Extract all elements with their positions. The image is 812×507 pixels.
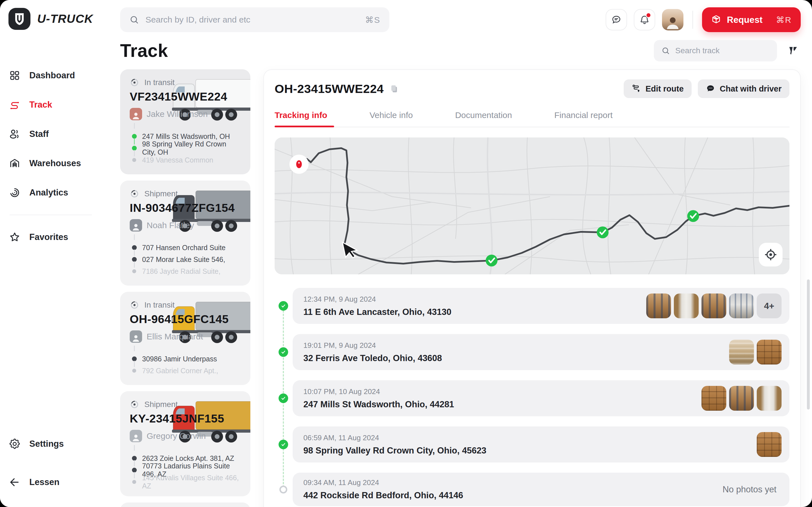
edit-route-button[interactable]: Edit route (624, 79, 692, 98)
shipment-id-text: OH-23415WWE224 (274, 82, 384, 96)
stop-address: 2623 Zoie Locks Apt. 381, AZ (142, 454, 234, 462)
sidebar-footer: Settings Lessen (8, 431, 112, 496)
global-search[interactable]: ⌘S (120, 7, 389, 32)
driver-row: Jake Williamson (130, 108, 241, 120)
timeline-row[interactable]: 09:34 AM, 11 Aug 2024442 Rockside Rd Bed… (293, 473, 790, 506)
check-icon (278, 347, 288, 357)
sidebar-item-analytics[interactable]: Analytics (8, 178, 112, 207)
timeline-address: 32 Ferris Ave Toledo, Ohio, 43608 (303, 353, 442, 363)
tab-documentation[interactable]: Documentation (455, 110, 512, 127)
locate-button[interactable] (759, 243, 783, 267)
stop-dot-icon (132, 480, 136, 484)
sidebar-item-dashboard[interactable]: Dashboard (8, 61, 112, 90)
timeline-address: 247 Mills St Wadsworth, Ohio, 44281 (303, 399, 454, 409)
route-segment (134, 138, 135, 145)
route-segment (134, 460, 135, 466)
timeline-row[interactable]: 12:34 PM, 9 Aug 202411 E 6th Ave Lancast… (293, 288, 790, 324)
warehouse-photo[interactable] (757, 432, 781, 457)
track-icon (8, 99, 21, 111)
stop-photos (757, 432, 781, 457)
notification-badge (646, 12, 651, 18)
chat-filled-icon (706, 84, 715, 94)
sidebar-divider (10, 215, 92, 215)
driver-row: Noah Flatley (130, 219, 241, 231)
dashboard-icon (8, 69, 21, 82)
star-icon (8, 231, 21, 243)
content: In transitVF23415WWE224Jake Williamson24… (112, 69, 812, 507)
stop-dot-icon (132, 369, 136, 373)
shipment-card[interactable]: In transitVF23415WWE224Jake Williamson24… (120, 69, 250, 174)
timeline-address: 98 Spring Valley Rd Crown City, Ohio, 45… (303, 446, 486, 456)
messages-button[interactable] (606, 9, 627, 31)
sidebar-item-favorites[interactable]: Favorites (8, 223, 112, 252)
driver-name: Gregory Corwin (147, 431, 206, 441)
sidebar-item-settings[interactable]: Settings (8, 431, 112, 457)
warehouse-photo[interactable] (729, 386, 754, 411)
route-segment (134, 346, 135, 351)
shipment-card[interactable]: In transitIN-51678URE401Jake Williamson6… (120, 503, 250, 507)
stop-dot-icon (132, 468, 137, 473)
track-search[interactable] (654, 40, 777, 61)
tab-vehicle-info[interactable]: Vehicle info (370, 110, 413, 127)
scrollbar[interactable] (807, 279, 810, 409)
warehouse-photo[interactable] (757, 386, 781, 411)
sidebar-collapse-button[interactable]: Lessen (8, 469, 112, 496)
timeline-row[interactable]: 19:01 PM, 9 Aug 202432 Ferris Ave Toledo… (293, 334, 790, 370)
stop-item: 30986 Jamir Underpass (130, 353, 241, 365)
copy-icon[interactable] (389, 83, 399, 94)
tab-tracking-info[interactable]: Tracking info (274, 110, 327, 127)
status-icon (130, 400, 139, 409)
sidebar-collapse-label: Lessen (29, 477, 59, 487)
timeline-row[interactable]: 10:07 PM, 10 Aug 2024247 Mills St Wadswo… (293, 380, 790, 416)
stop-dot-icon (132, 356, 137, 361)
route-segment (134, 262, 135, 268)
sidebar-item-warehouses[interactable]: Warehouses (8, 149, 112, 178)
warehouse-photo[interactable] (757, 340, 781, 364)
timeline-address: 442 Rockside Rd Bedford, Ohio, 44146 (303, 490, 463, 501)
pending-dot-icon (280, 486, 287, 494)
sidebar-item-track[interactable]: Track (8, 90, 112, 119)
warehouse-photo[interactable] (702, 293, 726, 318)
global-search-input[interactable] (146, 15, 359, 24)
timeline-row[interactable]: 06:59 AM, 11 Aug 202498 Spring Valley Rd… (293, 427, 790, 462)
notifications-button[interactable] (634, 9, 655, 31)
stop-dot-icon (132, 269, 136, 273)
warehouse-photo[interactable] (729, 293, 754, 318)
user-avatar[interactable] (662, 9, 683, 31)
stop-dot-icon (132, 245, 137, 250)
timeline-address: 11 E 6th Ave Lancaster, Ohio, 43130 (303, 307, 451, 317)
status-icon (130, 300, 139, 310)
spacer (8, 457, 112, 469)
more-photos-badge[interactable]: 4+ (757, 293, 781, 318)
arrow-left-icon (8, 476, 21, 489)
request-button[interactable]: Request ⌘R (702, 7, 801, 32)
logo[interactable]: U-TRUCK (8, 8, 112, 30)
track-search-input[interactable] (675, 46, 770, 55)
map-canvas (274, 137, 790, 274)
tab-financial-report[interactable]: Financial report (554, 110, 613, 127)
divider (693, 11, 693, 29)
stop-item: 419 Vanessa Common (130, 154, 241, 166)
shipment-id-title: OH-23415WWE224 (274, 82, 399, 96)
timeline-time: 06:59 AM, 11 Aug 2024 (303, 434, 486, 442)
shipment-card[interactable]: ShipmentIN-9034677ZFG154Noah Flatley707 … (120, 180, 250, 286)
driver-row: Ellis Marquardt (130, 330, 241, 343)
timeline-time: 09:34 AM, 11 Aug 2024 (303, 478, 463, 487)
warehouse-photo[interactable] (674, 293, 699, 318)
shipment-card[interactable]: In transitOH-96415GFC145Ellis Marquardt3… (120, 292, 250, 385)
driver-avatar (130, 430, 142, 442)
sidebar-item-staff[interactable]: Staff (8, 119, 112, 149)
warehouse-photo[interactable] (729, 340, 754, 364)
chat-with-driver-button[interactable]: Chat with driver (698, 79, 790, 98)
warehouse-photo[interactable] (646, 293, 671, 318)
route-map[interactable] (274, 137, 790, 274)
driver-avatar (130, 219, 142, 231)
stops-list: 707 Hansen Orchard Suite027 Morar Lake S… (130, 242, 241, 277)
shipment-card[interactable]: ShipmentKY-23415JNF155Gregory Corwin2623… (120, 391, 250, 496)
shipment-list: In transitVF23415WWE224Jake Williamson24… (120, 69, 250, 507)
filter-button[interactable] (785, 43, 801, 58)
app-window: U-TRUCK DashboardTrackStaffWarehousesAna… (0, 0, 812, 507)
driver-name: Ellis Marquardt (147, 332, 203, 341)
driver-avatar (130, 330, 142, 343)
warehouse-photo[interactable] (702, 386, 726, 411)
